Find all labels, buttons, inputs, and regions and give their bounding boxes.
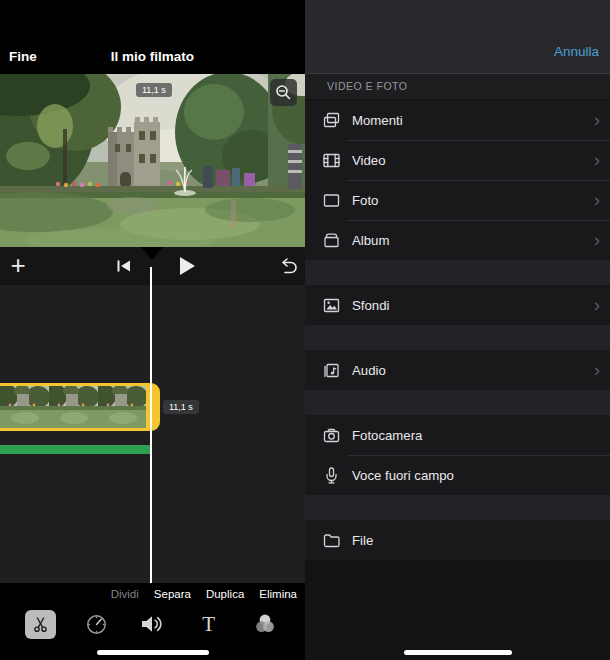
preview-duration-badge: 11,1 s [136,83,172,97]
timeline[interactable]: 11,1 s [0,285,305,583]
timeline-clip-selected[interactable] [0,383,160,431]
photo-icon [319,190,343,211]
folder-icon [319,530,343,551]
list-item-sfondi[interactable]: Sfondi › [305,285,610,325]
list-item-label: Video [352,153,386,168]
chevron-right-icon: › [594,298,600,312]
edit-toolbar: Dividi Separa Duplica Elimina [0,583,305,660]
moments-icon [319,110,343,131]
magnifier-icon[interactable] [270,79,297,106]
list-item-momenti[interactable]: Momenti › [305,100,610,140]
clip-duration-badge: 11,1 s [163,400,199,414]
list-group-library: Momenti › Video › [305,100,610,260]
list-item-label: Fotocamera [352,428,422,443]
section-header-label: VIDEO E FOTO [327,74,610,98]
home-indicator[interactable] [97,650,209,655]
list-item-foto[interactable]: Foto › [305,180,610,220]
chevron-right-icon: › [594,193,600,207]
skip-to-start-button[interactable] [115,257,133,275]
speed-icon[interactable] [68,607,124,641]
list-group-capture: Fotocamera Voce fuori campo [305,415,610,495]
list-item-audio[interactable]: Audio › [305,350,610,390]
scissors-icon[interactable] [12,607,68,641]
chevron-right-icon: › [594,113,600,127]
imovie-dual-screenshot: Fine Il mio filmato [0,0,610,660]
media-source-list: Momenti › Video › [305,100,610,660]
list-item-label: Audio [352,363,386,378]
undo-icon[interactable] [277,256,299,276]
cancel-button[interactable]: Annulla [554,44,599,59]
duplicate-button[interactable]: Duplica [206,588,244,600]
chevron-right-icon: › [594,363,600,377]
microphone-icon [319,465,343,486]
filmstrip-icon [319,150,343,171]
detach-button[interactable]: Separa [154,588,191,600]
list-item-fotocamera[interactable]: Fotocamera [305,415,610,455]
audio-note-icon [319,360,343,381]
camera-icon [319,425,343,446]
playhead [150,267,152,583]
list-item-album[interactable]: Album › [305,220,610,260]
split-button[interactable]: Dividi [111,588,139,600]
section-header: VIDEO E FOTO [305,73,610,100]
album-icon [319,230,343,251]
list-item-label: Voce fuori campo [352,468,454,483]
editor-panel: Fine Il mio filmato [0,0,305,660]
list-group-files: File [305,520,610,560]
list-item-file[interactable]: File [305,520,610,560]
list-item-label: Momenti [352,113,403,128]
text-icon[interactable]: T [181,607,237,641]
chevron-right-icon: › [594,233,600,247]
video-preview[interactable]: 11,1 s [0,74,305,247]
list-group-audio: Audio › [305,350,610,390]
media-picker-panel: Annulla VIDEO E FOTO Momenti › [305,0,610,660]
chevron-right-icon: › [594,153,600,167]
transport-bar: + [0,247,305,285]
tool-tabs: T [12,606,293,642]
backgrounds-icon [319,295,343,316]
list-group-backgrounds: Sfondi › [305,285,610,325]
editor-navbar: Fine Il mio filmato [0,0,305,74]
list-item-voce-fuori-campo[interactable]: Voce fuori campo [305,455,610,495]
clip-thumbnails [0,386,146,428]
list-footer-area [305,560,610,660]
home-indicator[interactable] [404,650,512,655]
clip-actions: Dividi Separa Duplica Elimina [111,588,297,600]
project-title: Il mio filmato [0,49,305,64]
add-media-button[interactable]: + [6,248,30,282]
audio-track-bar[interactable] [0,445,152,454]
filters-icon[interactable] [237,607,293,641]
list-item-label: File [352,533,373,548]
list-item-label: Foto [352,193,378,208]
list-item-video[interactable]: Video › [305,140,610,180]
trim-handle-right[interactable] [146,383,160,431]
play-button[interactable] [177,255,197,277]
preview-frame-image [0,74,305,247]
volume-icon[interactable] [124,607,180,641]
playhead-notch [141,247,163,260]
list-item-label: Sfondi [352,298,389,313]
picker-navbar: Annulla [305,0,610,73]
list-item-label: Album [352,233,389,248]
delete-button[interactable]: Elimina [259,588,297,600]
